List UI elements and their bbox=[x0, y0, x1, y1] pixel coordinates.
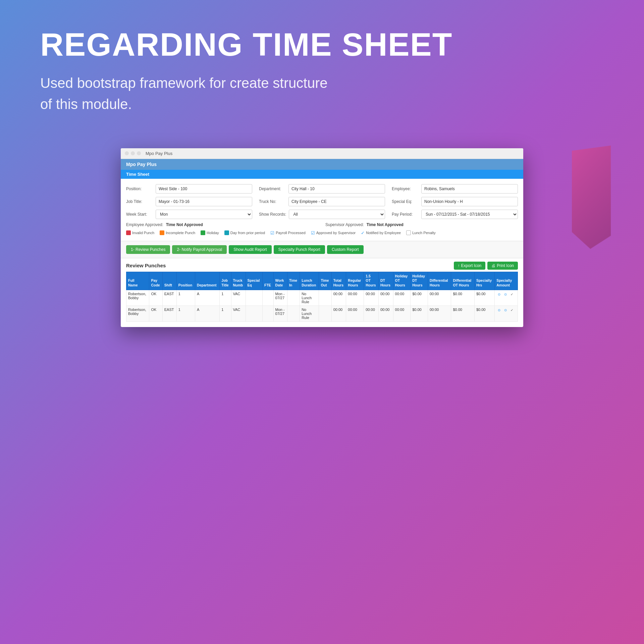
form-group-pay-period: Pay Period: Sun - 07/12/2015 - Sat - 07/… bbox=[392, 210, 518, 219]
incomplete-punch-label: Incomplete Punch bbox=[166, 231, 195, 235]
cell-specialty-hrs: $0.00 bbox=[474, 290, 494, 306]
edit-icon[interactable]: ⊙ bbox=[496, 292, 502, 297]
browser-dot-3 bbox=[137, 151, 141, 155]
cell-position: 1 bbox=[176, 306, 195, 321]
form-row-3: Week Start: Mon Show Records: All Pay Pe… bbox=[126, 210, 518, 219]
col-special-eq: SpecialEq bbox=[246, 272, 262, 290]
col-differential-hours: DifferentialHours bbox=[428, 272, 451, 290]
table-body: Robertson,Bobby OK EAST 1 A 1 VAC Mon -0… bbox=[126, 290, 518, 321]
form-group-emp-approved: Employee Approved: Time Not Approved bbox=[126, 222, 319, 227]
cell-work-date: Mon -07/27 bbox=[273, 306, 287, 321]
cell-time-in bbox=[287, 290, 300, 306]
subtitle: Used bootstrap framework for create stru… bbox=[40, 72, 342, 115]
table-container: FullName PayCode Shift Position Departme… bbox=[126, 272, 518, 322]
cell-diff-ot: $0.00 bbox=[451, 290, 475, 306]
form-row-4: Employee Approved: Time Not Approved Sup… bbox=[126, 222, 518, 227]
row-action-icons-2: ⊙ ⊙ ✓ bbox=[496, 308, 516, 313]
cell-fte bbox=[263, 290, 274, 306]
form-row-2: Job Title: Truck No: Special Eq: bbox=[126, 197, 518, 206]
review-punches-button[interactable]: 1- Review Punches bbox=[126, 245, 170, 254]
export-icon-button[interactable]: ↑ Export Icon bbox=[454, 262, 486, 270]
print-icon-button[interactable]: 🖨 Print Icon bbox=[487, 262, 518, 270]
cell-position: 1 bbox=[176, 290, 195, 306]
view-icon-2[interactable]: ⊙ bbox=[503, 308, 508, 313]
section-header-text: Time Sheet bbox=[126, 172, 149, 177]
department-input[interactable] bbox=[288, 184, 385, 194]
form-group-sup-approved: Supervisor Approved: Time Not Approved bbox=[325, 222, 518, 227]
emp-approved-status: Time Not Approved bbox=[166, 222, 203, 227]
week-start-select[interactable]: Mon bbox=[156, 210, 252, 219]
legend-incomplete-punch: Incomplete Punch bbox=[160, 230, 195, 235]
invalid-punch-dot bbox=[126, 230, 131, 235]
approved-supervisor-label: Approved by Supervisor bbox=[316, 231, 356, 235]
icon-buttons-group: ↑ Export Icon 🖨 Print Icon bbox=[454, 262, 518, 270]
cell-regular-hours: 00:00 bbox=[346, 290, 364, 306]
cell-special-eq bbox=[246, 306, 262, 321]
col-position: Position bbox=[176, 272, 195, 290]
show-records-select[interactable]: All bbox=[289, 210, 385, 219]
holiday-dot bbox=[201, 230, 205, 235]
col-holiday-dt-hours: HolidayDTHours bbox=[411, 272, 428, 290]
form-group-employee: Employee: bbox=[392, 184, 518, 194]
form-group-department: Department: bbox=[259, 184, 385, 194]
col-truck-numb: TruckNumb bbox=[231, 272, 246, 290]
special-eq-input[interactable] bbox=[421, 197, 518, 206]
export-icon-label: Export Icon bbox=[461, 263, 482, 268]
cell-lunch-duration: NoLunchRule bbox=[300, 306, 319, 321]
legend-invalid-punch: Invalid Punch bbox=[126, 230, 154, 235]
col-time-in: TimeIn bbox=[287, 272, 300, 290]
job-title-label: Job Title: bbox=[126, 199, 153, 204]
position-input[interactable] bbox=[156, 184, 252, 194]
cell-time-out bbox=[319, 290, 331, 306]
cell-holiday-dt: $0.00 bbox=[411, 306, 428, 321]
cell-special-eq bbox=[246, 290, 262, 306]
truck-no-label: Truck No: bbox=[259, 199, 286, 204]
col-15-ot-hours: 1.5OTHours bbox=[364, 272, 379, 290]
cell-fte bbox=[263, 306, 274, 321]
pay-period-select[interactable]: Sun - 07/12/2015 - Sat - 07/18/2015 bbox=[421, 210, 518, 219]
check-icon[interactable]: ✓ bbox=[509, 292, 515, 297]
cell-dt: 00:00 bbox=[378, 306, 393, 321]
employee-input[interactable] bbox=[421, 184, 518, 194]
browser-dot-2 bbox=[131, 151, 135, 155]
lunch-penalty-checkbox bbox=[406, 230, 411, 235]
legend-row: Invalid Punch Incomplete Punch Holiday D… bbox=[126, 230, 518, 235]
show-audit-button[interactable]: Show Audit Report bbox=[229, 245, 271, 254]
form-group-job-title: Job Title: bbox=[126, 197, 252, 206]
cell-regular-hours: 00:00 bbox=[346, 306, 364, 321]
browser-dot-1 bbox=[125, 151, 129, 155]
cell-department: A bbox=[195, 306, 220, 321]
legend-payroll-processed: ☑ Payroll Processed bbox=[270, 230, 306, 235]
edit-icon-2[interactable]: ⊙ bbox=[496, 308, 502, 313]
cell-diff-hours: 00:00 bbox=[428, 290, 451, 306]
review-section-header: Review Punches ↑ Export Icon 🖨 Print Ico… bbox=[121, 258, 523, 272]
form-row-1: Position: Department: Employee: bbox=[126, 184, 518, 194]
cell-lunch-duration: NoLunchRule bbox=[300, 290, 319, 306]
print-icon: 🖨 bbox=[491, 263, 495, 268]
col-department: Department bbox=[195, 272, 220, 290]
view-icon[interactable]: ⊙ bbox=[503, 292, 508, 297]
cell-shift: EAST bbox=[162, 290, 176, 306]
notify-payroll-button[interactable]: 2- Notify Payroll Approval bbox=[172, 245, 227, 254]
notified-employee-label: Notified by Employee bbox=[366, 231, 401, 235]
form-group-show-records: Show Records: All bbox=[259, 210, 385, 219]
invalid-punch-label: Invalid Punch bbox=[132, 231, 154, 235]
cell-time-out bbox=[319, 306, 331, 321]
legend-holiday: Holiday bbox=[201, 230, 219, 235]
supervisor-check-icon: ☑ bbox=[311, 230, 315, 235]
table-header: FullName PayCode Shift Position Departme… bbox=[126, 272, 518, 290]
cell-total-hours: 00:00 bbox=[331, 306, 346, 321]
custom-report-button[interactable]: Custom Report bbox=[327, 245, 364, 254]
browser-window: Mpo Pay Plus Mpo Pay Plus Time Sheet Pos… bbox=[121, 148, 523, 327]
truck-no-input[interactable] bbox=[288, 197, 385, 206]
check-icon-2[interactable]: ✓ bbox=[509, 308, 515, 313]
week-start-label: Week Start: bbox=[126, 212, 153, 217]
specialty-punch-button[interactable]: Specialty Punch Report bbox=[274, 245, 325, 254]
payroll-check-icon: ☑ bbox=[270, 230, 274, 235]
cell-department: A bbox=[195, 290, 220, 306]
col-holiday-ot-hours: HolidayOTHours bbox=[393, 272, 411, 290]
print-icon-label: Print Icon bbox=[497, 263, 514, 268]
job-title-input[interactable] bbox=[156, 197, 252, 206]
incomplete-punch-dot bbox=[160, 230, 164, 235]
col-job-title: JobTitle bbox=[220, 272, 231, 290]
